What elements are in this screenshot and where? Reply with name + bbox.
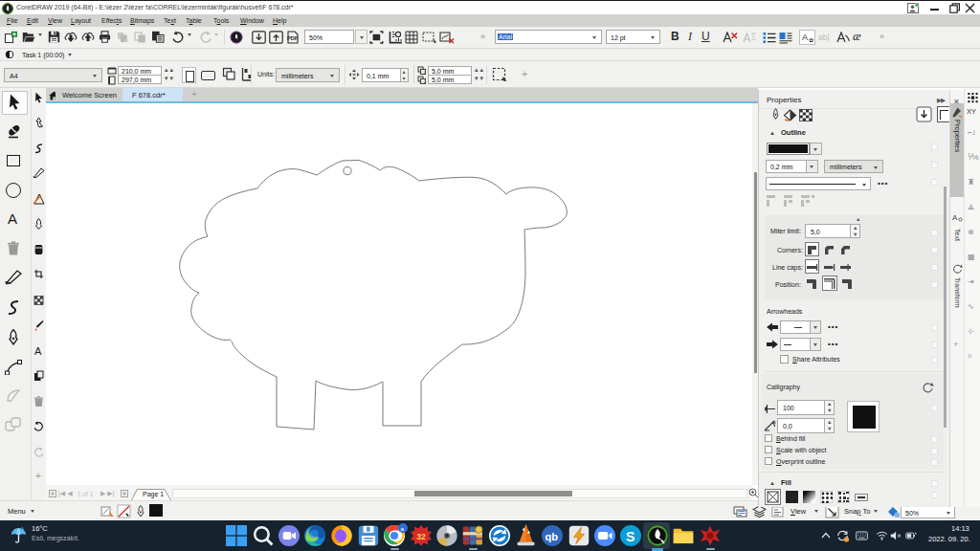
svg-text:x: x xyxy=(424,71,426,75)
svg-text:32: 32 xyxy=(416,532,426,541)
svg-text:a: a xyxy=(773,420,776,425)
svg-text:y: y xyxy=(424,80,426,84)
svg-text:qb: qb xyxy=(545,531,558,542)
svg-text:a: a xyxy=(401,525,405,532)
svg-text:S: S xyxy=(626,529,635,544)
svg-text:A: A xyxy=(952,213,958,222)
svg-text:PDF: PDF xyxy=(287,35,299,41)
